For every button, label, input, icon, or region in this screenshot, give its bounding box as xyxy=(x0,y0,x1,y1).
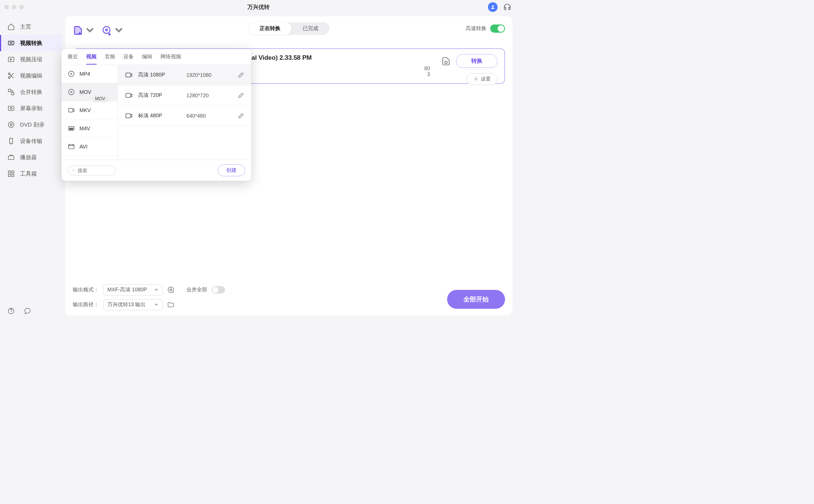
format-popover: 最近 视频 音频 设备 编辑 网络视频 MP4 MOV MOV MKV M4V … xyxy=(62,49,251,181)
sidebar-item-label: 设备传输 xyxy=(20,138,42,145)
titlebar: 万兴优转 xyxy=(0,0,517,14)
format-list: MP4 MOV MOV MKV M4V M4V AVI HEVC HEVC M xyxy=(62,65,118,160)
format-mp4[interactable]: MP4 xyxy=(62,65,118,83)
create-button[interactable]: 创建 xyxy=(218,164,245,176)
sidebar-item-edit[interactable]: 视频编辑 xyxy=(0,68,62,84)
edit-icon[interactable] xyxy=(238,112,244,119)
convert-button[interactable]: 转换 xyxy=(456,54,498,68)
svg-point-26 xyxy=(69,89,74,95)
sidebar-item-label: 合并转换 xyxy=(20,89,42,96)
compress-icon xyxy=(7,56,15,63)
disc-icon xyxy=(68,70,75,78)
sidebar-item-label: 屏幕录制 xyxy=(20,105,42,112)
sidebar-item-record[interactable]: 屏幕录制 xyxy=(0,100,62,117)
format-m4v[interactable]: M4V M4V xyxy=(62,120,118,138)
feedback-icon[interactable] xyxy=(24,307,31,315)
chevron-down-icon xyxy=(154,302,159,307)
svg-point-25 xyxy=(71,73,72,74)
support-icon[interactable] xyxy=(503,3,512,12)
svg-rect-6 xyxy=(12,92,14,95)
svg-rect-12 xyxy=(9,156,14,160)
start-all-button[interactable]: 全部开始 xyxy=(447,290,505,309)
svg-rect-38 xyxy=(126,114,131,118)
output-settings-button[interactable]: 设置 xyxy=(466,73,498,85)
svg-rect-13 xyxy=(9,171,11,173)
output-path-select[interactable]: 万兴优转13 输出 xyxy=(103,299,163,310)
sidebar-item-home[interactable]: 主页 xyxy=(0,19,62,35)
record-icon xyxy=(7,105,15,112)
popover-tab-recent[interactable]: 最近 xyxy=(68,53,78,65)
svg-rect-37 xyxy=(126,94,131,98)
sidebar-item-player[interactable]: 播放器 xyxy=(0,149,62,166)
sidebar-item-label: DVD 刻录 xyxy=(20,121,45,128)
device-icon xyxy=(7,137,15,145)
bottom-bar: 输出格式： MXF-高清 1080P 合并全部 输出路径： 万兴优转13 输出 xyxy=(73,284,505,310)
resolution-list: 高清 1080P 1920*1080 高清 720P 1280*720 标清 4… xyxy=(118,65,251,160)
account-avatar[interactable] xyxy=(488,2,498,12)
tab-converting[interactable]: 正在转换 xyxy=(248,22,292,35)
video-icon xyxy=(125,91,133,99)
svg-point-21 xyxy=(475,78,477,80)
video-icon xyxy=(125,71,133,79)
traffic-lights[interactable] xyxy=(4,5,24,9)
svg-point-0 xyxy=(492,5,494,7)
svg-point-39 xyxy=(73,170,74,171)
m4v-icon: M4V xyxy=(68,125,75,132)
svg-rect-5 xyxy=(9,89,11,92)
edit-icon[interactable] xyxy=(238,92,244,99)
popover-tab-device[interactable]: 设备 xyxy=(123,53,134,65)
svg-rect-7 xyxy=(9,106,14,111)
sidebar-item-label: 视频编辑 xyxy=(20,72,42,79)
sidebar-item-dvd[interactable]: DVD 刻录 xyxy=(0,117,62,133)
sidebar-item-transfer[interactable]: 设备传输 xyxy=(0,133,62,149)
add-disc-button[interactable] xyxy=(102,25,124,36)
svg-rect-2 xyxy=(9,57,14,62)
popover-tab-edit[interactable]: 编辑 xyxy=(142,53,152,65)
open-folder-icon[interactable] xyxy=(167,301,175,308)
popover-tab-video[interactable]: 视频 xyxy=(86,53,97,65)
sidebar-item-merge[interactable]: 合并转换 xyxy=(0,84,62,100)
svg-point-4 xyxy=(9,77,10,79)
tab-completed[interactable]: 已完成 xyxy=(292,22,329,35)
file-settings-icon[interactable] xyxy=(441,56,451,66)
svg-text:M4V: M4V xyxy=(69,128,74,130)
svg-rect-31 xyxy=(69,144,74,149)
search-input[interactable] xyxy=(78,168,111,173)
video-icon xyxy=(68,107,75,114)
format-avi[interactable]: AVI xyxy=(62,138,118,156)
help-icon[interactable] xyxy=(7,307,15,315)
convert-icon xyxy=(7,39,15,47)
merge-all-switch[interactable] xyxy=(212,286,225,294)
sidebar: 主页 视频转换 视频压缩 视频编辑 合并转换 屏幕录制 DVD 刻录 设备传输 … xyxy=(0,14,62,320)
format-mkv[interactable]: MKV xyxy=(62,101,118,120)
resolution-720p[interactable]: 高清 720P 1280*720 xyxy=(118,85,251,106)
svg-point-10 xyxy=(10,124,12,126)
output-format-select[interactable]: MXF-高清 1080P xyxy=(103,284,163,295)
add-file-button[interactable] xyxy=(73,25,95,36)
high-speed-switch[interactable] xyxy=(490,24,505,33)
popover-tab-audio[interactable]: 音频 xyxy=(105,53,115,65)
sidebar-item-toolbox[interactable]: 工具箱 xyxy=(0,166,62,182)
svg-point-8 xyxy=(10,108,12,109)
resolution-1080p[interactable]: 高清 1080P 1920*1080 xyxy=(118,65,251,85)
app-title: 万兴优转 xyxy=(247,4,270,11)
output-format-label: 输出格式： xyxy=(73,287,99,293)
disc-icon xyxy=(68,88,75,96)
format-search[interactable] xyxy=(68,166,116,176)
format-hevc-mp4[interactable]: HEVC HEVC MP4 xyxy=(62,156,118,160)
resolution-480p[interactable]: 标清 480P 640*480 xyxy=(118,106,251,126)
edit-icon[interactable] xyxy=(238,72,244,78)
popover-tab-web[interactable]: 网络视频 xyxy=(160,53,181,65)
sidebar-item-label: 播放器 xyxy=(20,154,37,161)
chevron-down-icon xyxy=(114,25,124,36)
svg-point-9 xyxy=(9,122,14,128)
sidebar-item-video-convert[interactable]: 视频转换 xyxy=(0,35,62,51)
format-mov[interactable]: MOV MOV xyxy=(62,83,118,101)
sidebar-item-compress[interactable]: 视频压缩 xyxy=(0,51,62,68)
merge-all-label: 合并全部 xyxy=(186,287,207,293)
svg-rect-16 xyxy=(12,174,14,177)
grid-icon xyxy=(7,170,15,177)
sidebar-item-label: 工具箱 xyxy=(20,170,37,177)
format-info-icon[interactable] xyxy=(167,286,175,294)
svg-point-18 xyxy=(103,27,110,34)
